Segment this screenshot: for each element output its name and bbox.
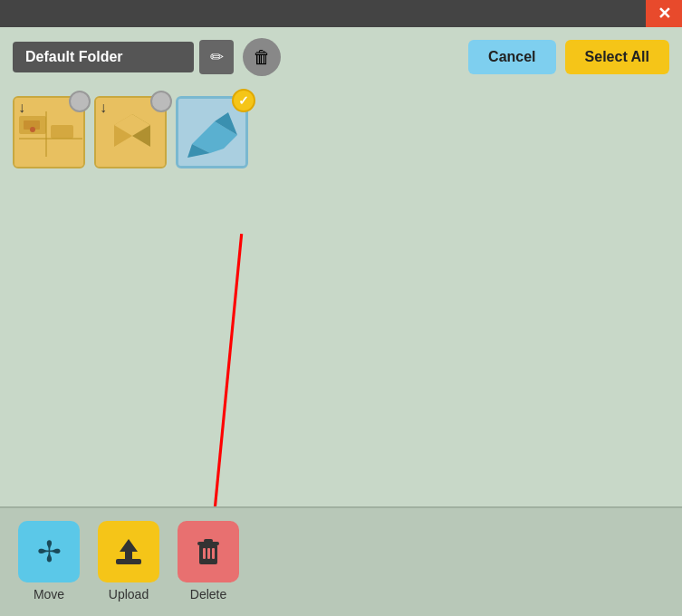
download-badge: ↓: [18, 100, 25, 116]
move-icon: ✢: [37, 534, 62, 569]
close-icon: ✕: [658, 4, 671, 24]
move-button[interactable]: ✢: [18, 521, 80, 582]
unselected-badge: [69, 91, 91, 112]
delete-icon: [192, 535, 225, 568]
edit-button[interactable]: ✏: [199, 40, 234, 74]
trash-icon: 🗑: [253, 47, 271, 68]
close-button[interactable]: ✕: [646, 0, 682, 27]
upload-button[interactable]: [98, 521, 159, 582]
delete-label: Delete: [190, 587, 226, 602]
folder-trash-button[interactable]: 🗑: [243, 38, 281, 76]
item-card[interactable]: ↓: [13, 96, 85, 168]
svg-rect-21: [204, 539, 213, 543]
bottom-toolbar: ✢ Move Upload: [0, 506, 682, 616]
upload-label: Upload: [109, 587, 149, 602]
pencil-icon: ✏: [210, 47, 224, 67]
svg-rect-24: [212, 548, 215, 559]
svg-marker-18: [120, 539, 138, 559]
svg-rect-23: [207, 548, 210, 559]
svg-rect-17: [116, 559, 141, 564]
svg-rect-3: [51, 125, 73, 139]
move-label: Move: [34, 587, 64, 602]
move-tool-wrapper: ✢ Move: [18, 521, 80, 602]
cancel-label: Cancel: [488, 49, 535, 64]
header-row: ✏ 🗑 Cancel Select All: [0, 27, 682, 87]
svg-line-16: [210, 234, 242, 506]
upload-icon: [112, 535, 145, 568]
item-grid: ↓ ↓: [13, 96, 669, 168]
upload-tool-wrapper: Upload: [98, 521, 159, 602]
folder-name-input[interactable]: [13, 42, 194, 72]
svg-rect-22: [203, 548, 206, 559]
select-all-label: Select All: [585, 49, 649, 64]
folder-name-box: ✏ 🗑: [13, 38, 281, 76]
unselected-badge: [150, 91, 172, 112]
delete-button[interactable]: [178, 521, 239, 582]
select-all-button[interactable]: Select All: [565, 40, 669, 74]
main-panel: ✏ 🗑 Cancel Select All ↓: [0, 27, 682, 616]
item-card[interactable]: ✓: [176, 96, 248, 168]
cancel-button[interactable]: Cancel: [468, 40, 555, 74]
selected-badge: ✓: [232, 89, 255, 112]
top-strip: ✕: [0, 0, 682, 27]
delete-tool-wrapper: Delete: [178, 521, 239, 602]
item-card[interactable]: ↓: [94, 96, 167, 168]
svg-point-6: [30, 127, 35, 132]
download-badge: ↓: [100, 100, 107, 116]
content-area: ↓ ↓: [0, 87, 682, 506]
